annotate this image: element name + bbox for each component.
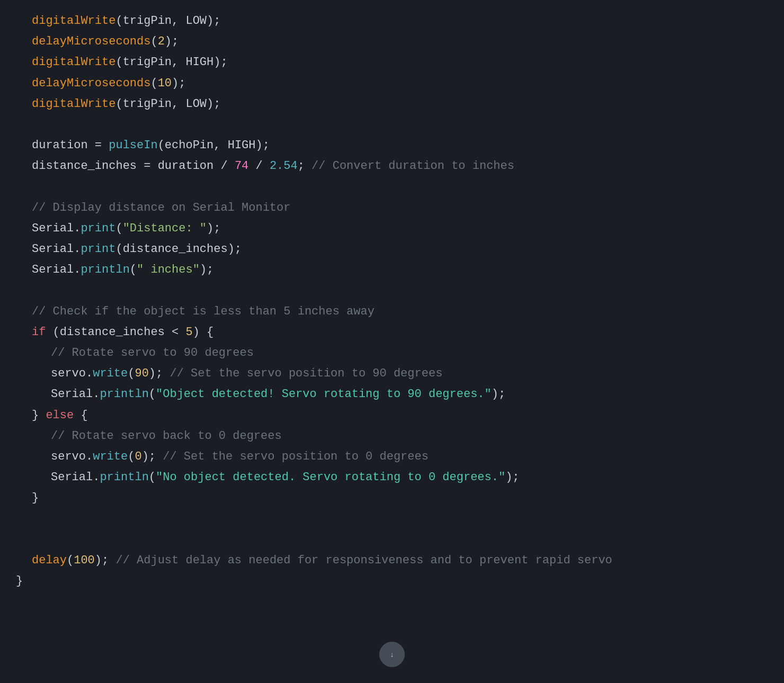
code-line: digitalWrite(trigPin, LOW); [0,94,784,114]
code-line: digitalWrite(trigPin, HIGH); [0,52,784,73]
code-line: delayMicroseconds(10); [0,73,784,94]
code-line: delayMicroseconds(2); [0,31,784,52]
code-line [0,114,784,135]
code-line: } [0,571,784,591]
code-line [0,280,784,301]
code-line: } [0,488,784,508]
code-line: // Rotate servo to 90 degrees [0,343,784,363]
scroll-down-button[interactable]: ↓ [379,642,405,667]
code-line: // Check if the object is less than 5 in… [0,301,784,322]
code-line: // Rotate servo back to 0 degrees [0,426,784,446]
code-line: duration = pulseIn(echoPin, HIGH); [0,135,784,156]
code-line: servo.write(0); // Set the servo positio… [0,446,784,467]
code-line: Serial.print(distance_inches); [0,239,784,259]
code-line: distance_inches = duration / 74 / 2.54; … [0,156,784,176]
code-line [0,529,784,550]
code-line: if (distance_inches < 5) { [0,322,784,343]
code-line: // Display distance on Serial Monitor [0,197,784,218]
code-editor: digitalWrite(trigPin, LOW);delayMicrosec… [0,0,784,623]
code-line: Serial.println(" inches"); [0,259,784,280]
code-line: digitalWrite(trigPin, LOW); [0,11,784,31]
code-line: Serial.print("Distance: "); [0,218,784,239]
code-line [0,177,784,197]
code-line [0,509,784,529]
scroll-down-icon: ↓ [390,651,394,659]
code-line: Serial.println("Object detected! Servo r… [0,384,784,405]
code-line: Serial.println("No object detected. Serv… [0,467,784,488]
code-line: } else { [0,405,784,426]
code-line: servo.write(90); // Set the servo positi… [0,363,784,384]
code-line: delay(100); // Adjust delay as needed fo… [0,550,784,571]
